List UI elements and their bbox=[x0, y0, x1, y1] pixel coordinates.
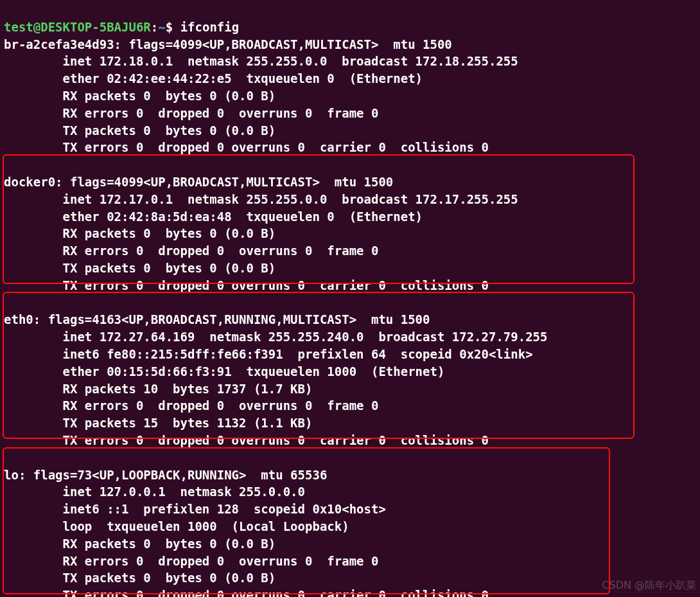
iface0-ether: ether 02:42:ee:44:22:e5 txqueuelen 0 (Et… bbox=[4, 71, 423, 85]
iface3-rxe: RX errors 0 dropped 0 overruns 0 frame 0 bbox=[4, 554, 378, 568]
blank bbox=[4, 157, 11, 172]
prompt-colon: : bbox=[151, 20, 158, 34]
iface2-rxe: RX errors 0 dropped 0 overruns 0 frame 0 bbox=[4, 398, 378, 413]
iface2-inet: inet 172.27.64.169 netmask 255.255.240.0… bbox=[4, 330, 547, 344]
watermark: CSDN @陈年小趴菜 bbox=[602, 577, 696, 594]
prompt-line: test@DESKTOP-5BAJU6R:~$ ifconfig bbox=[4, 20, 239, 34]
blank bbox=[4, 450, 11, 465]
iface2-inet6: inet6 fe80::215:5dff:fe66:f391 prefixlen… bbox=[4, 347, 533, 361]
iface2-txe: TX errors 0 dropped 0 overruns 0 carrier… bbox=[4, 433, 489, 447]
iface1-ether: ether 02:42:8a:5d:ea:48 txqueuelen 0 (Et… bbox=[4, 209, 423, 224]
command: ifconfig bbox=[180, 20, 240, 34]
iface0-txe: TX errors 0 dropped 0 overruns 0 carrier… bbox=[4, 140, 489, 154]
iface3-txe: TX errors 0 dropped 0 overruns 0 carrier… bbox=[4, 588, 489, 597]
prompt-path: ~ bbox=[158, 20, 165, 34]
iface3-txp: TX packets 0 bytes 0 (0.0 B) bbox=[4, 571, 276, 585]
prompt-host: DESKTOP-5BAJU6R bbox=[40, 20, 151, 34]
iface1-rxe: RX errors 0 dropped 0 overruns 0 frame 0 bbox=[4, 244, 378, 258]
iface0-rxp: RX packets 0 bytes 0 (0.0 B) bbox=[4, 89, 276, 103]
iface3-head: lo: flags=73<UP,LOOPBACK,RUNNING> mtu 65… bbox=[4, 468, 327, 482]
iface0-txp: TX packets 0 bytes 0 (0.0 B) bbox=[4, 123, 276, 138]
prompt-user: test bbox=[4, 20, 33, 34]
iface2-rxp: RX packets 10 bytes 1737 (1.7 KB) bbox=[4, 382, 312, 396]
iface3-rxp: RX packets 0 bytes 0 (0.0 B) bbox=[4, 537, 276, 551]
iface1-rxp: RX packets 0 bytes 0 (0.0 B) bbox=[4, 226, 276, 240]
iface0-head: br-a2cefa3e4d93: flags=4099<UP,BROADCAST… bbox=[4, 37, 452, 51]
prompt-at: @ bbox=[33, 20, 40, 34]
iface0-rxe: RX errors 0 dropped 0 overruns 0 frame 0 bbox=[4, 106, 378, 120]
iface3-loop: loop txqueuelen 1000 (Local Loopback) bbox=[4, 519, 349, 533]
iface1-head: docker0: flags=4099<UP,BROADCAST,MULTICA… bbox=[4, 175, 393, 189]
iface1-txp: TX packets 0 bytes 0 (0.0 B) bbox=[4, 261, 276, 275]
iface2-head: eth0: flags=4163<UP,BROADCAST,RUNNING,MU… bbox=[4, 312, 430, 326]
blank bbox=[4, 296, 11, 310]
iface1-inet: inet 172.17.0.1 netmask 255.255.0.0 broa… bbox=[4, 192, 518, 206]
iface2-txp: TX packets 15 bytes 1132 (1.1 KB) bbox=[4, 416, 312, 430]
terminal-output[interactable]: test@DESKTOP-5BAJU6R:~$ ifconfig br-a2ce… bbox=[0, 0, 700, 597]
iface2-ether: ether 00:15:5d:66:f3:91 txqueuelen 1000 … bbox=[4, 364, 444, 379]
prompt-dollar: $ bbox=[166, 20, 173, 34]
iface0-inet: inet 172.18.0.1 netmask 255.255.0.0 broa… bbox=[4, 54, 518, 68]
iface3-inet: inet 127.0.0.1 netmask 255.0.0.0 bbox=[4, 485, 305, 499]
iface3-inet6: inet6 ::1 prefixlen 128 scopeid 0x10<hos… bbox=[4, 502, 386, 516]
iface1-txe: TX errors 0 dropped 0 overruns 0 carrier… bbox=[4, 278, 489, 292]
